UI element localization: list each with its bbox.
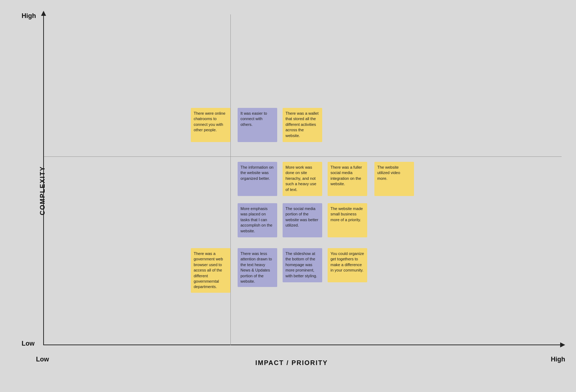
card-card11: There was a government web browser used … [191, 248, 230, 293]
card-card1: There were online chatrooms to connect y… [191, 108, 230, 142]
card-card3: There was a wallet that stored all the d… [283, 108, 322, 142]
card-card2: It was easier to connect with others. [238, 108, 277, 142]
card-card10: The website made small business more of … [328, 203, 367, 237]
card-card5: More work was done on site hierachy, and… [283, 162, 322, 196]
x-axis-high-label: High [551, 356, 565, 363]
x-axis-title: IMPACT / PRIORITY [255, 359, 328, 367]
card-card9: The social media portion of the website … [283, 203, 322, 237]
card-card6: There was a fuller social media integrat… [328, 162, 367, 196]
card-card12: There was less attention drawn to the te… [238, 248, 277, 287]
x-axis [43, 345, 562, 345]
horizontal-divider [44, 156, 562, 157]
y-axis-title: COMPLEXITY [39, 166, 46, 215]
y-axis-high-label: High [22, 12, 36, 20]
y-axis-low-label: Low [22, 340, 35, 347]
card-card14: You could organize get togethers to make… [328, 248, 367, 282]
vertical-divider [230, 14, 231, 345]
card-card8: More emphasis was placed on tasks that I… [238, 203, 277, 237]
card-card13: The slideshow at the bottom of the homep… [283, 248, 322, 282]
card-card4: The information on the website was organ… [238, 162, 277, 196]
card-card7: The website utilized video more. [374, 162, 414, 196]
chart-container: High Low COMPLEXITY Low High IMPACT / PR… [14, 7, 569, 374]
x-axis-low-label: Low [36, 356, 49, 363]
